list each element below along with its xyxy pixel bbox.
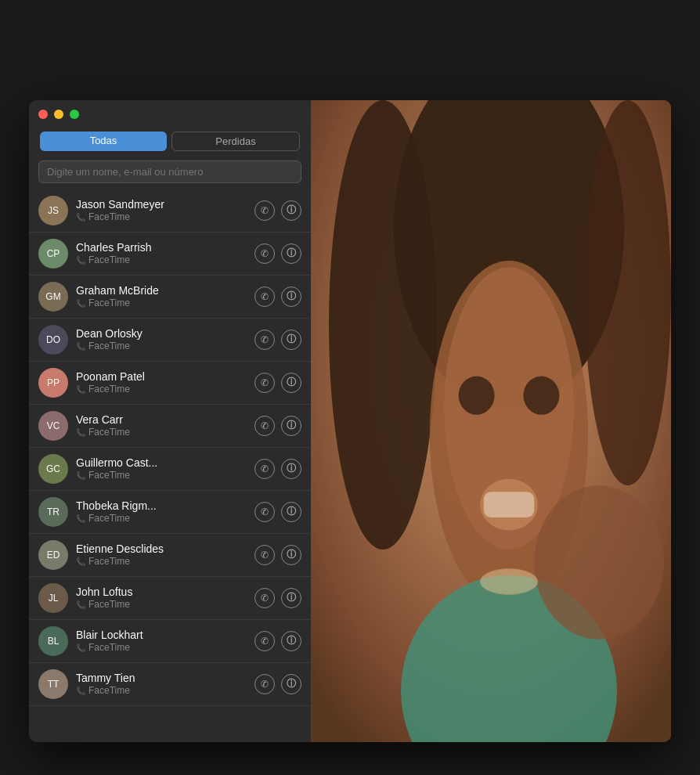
contact-subtitle: FaceTime [88,556,130,567]
contact-subtitle: FaceTime [88,642,130,653]
info-button[interactable]: ⓘ [281,287,301,307]
info-button[interactable]: ⓘ [281,243,301,264]
contact-item[interactable]: VC Vera Carr 📞 FaceTime ✆ ⓘ [29,405,311,448]
search-input[interactable] [38,160,301,183]
phone-icon-small: 📞 [76,342,85,351]
info-button[interactable]: ⓘ [281,200,301,221]
contact-info: Guillermo Cast... 📞 FaceTime [76,456,248,481]
avatar: BL [38,626,68,656]
contact-info: Thobeka Rigm... 📞 FaceTime [76,499,248,524]
contact-sub: 📞 FaceTime [76,513,248,524]
contact-info: Poonam Patel 📞 FaceTime [76,370,248,395]
call-button[interactable]: ✆ [254,330,275,350]
call-button[interactable]: ✆ [254,459,275,479]
contact-actions: ✆ ⓘ [254,373,301,393]
phone-icon-small: 📞 [76,428,85,437]
info-button[interactable]: ⓘ [281,631,301,651]
call-button[interactable]: ✆ [254,545,275,565]
contact-sub: 📞 FaceTime [76,254,248,265]
contact-name: Vera Carr [76,413,248,426]
info-icon: ⓘ [287,677,296,690]
contact-name: Guillermo Cast... [76,456,248,469]
svg-rect-14 [311,100,671,742]
contact-subtitle: FaceTime [88,211,130,222]
contact-name: John Loftus [76,586,248,598]
contact-actions: ✆ ⓘ [254,502,301,522]
contact-item[interactable]: ED Etienne Desclides 📞 FaceTime ✆ ⓘ [29,534,311,577]
contact-item[interactable]: TT Tammy Tien 📞 FaceTime ✆ ⓘ [29,663,311,706]
contact-item[interactable]: JL John Loftus 📞 FaceTime ✆ ⓘ [29,577,311,620]
contact-item[interactable]: PP Poonam Patel 📞 FaceTime ✆ ⓘ [29,362,311,405]
info-button[interactable]: ⓘ [281,416,301,436]
avatar: ED [38,540,68,570]
info-button[interactable]: ⓘ [281,545,301,565]
contact-actions: ✆ ⓘ [254,287,301,307]
contact-item[interactable]: CP Charles Parrish 📞 FaceTime ✆ ⓘ [29,232,311,276]
contact-item[interactable]: JS Jason Sandmeyer 📞 FaceTime ✆ ⓘ [29,189,311,232]
info-icon: ⓘ [287,290,296,303]
contact-info: Dean Orlosky 📞 FaceTime [76,327,248,351]
contact-item[interactable]: GM Graham McBride 📞 FaceTime ✆ ⓘ [29,276,311,319]
contact-sub: 📞 FaceTime [76,384,248,395]
minimize-button[interactable] [54,110,63,119]
info-icon: ⓘ [287,204,296,217]
contact-subtitle: FaceTime [88,341,130,351]
avatar: JL [38,583,68,613]
call-button[interactable]: ✆ [254,243,275,264]
info-button[interactable]: ⓘ [281,502,301,522]
phone-icon-small: 📞 [76,299,85,308]
contact-subtitle: FaceTime [88,513,130,524]
info-button[interactable]: ⓘ [281,588,301,608]
phone-icon-small: 📞 [76,643,85,652]
call-button[interactable]: ✆ [254,373,275,393]
phone-icon: ✆ [261,550,269,561]
right-panel-photo [311,100,671,742]
info-icon: ⓘ [287,376,296,389]
phone-icon-small: 📞 [76,600,85,609]
contact-subtitle: FaceTime [88,254,130,265]
contact-name: Graham McBride [76,284,248,297]
info-button[interactable]: ⓘ [281,459,301,479]
contact-item[interactable]: BL Blair Lockhart 📞 FaceTime ✆ ⓘ [29,620,311,663]
contact-sub: 📞 FaceTime [76,297,248,308]
contact-subtitle: FaceTime [88,470,130,481]
contact-subtitle: FaceTime [88,599,130,610]
phone-icon: ✆ [261,334,269,345]
info-button[interactable]: ⓘ [281,373,301,393]
info-button[interactable]: ⓘ [281,674,301,694]
phone-icon: ✆ [261,463,269,474]
maximize-button[interactable] [70,110,79,119]
info-button[interactable]: ⓘ [281,330,301,350]
contact-actions: ✆ ⓘ [254,588,301,608]
call-button[interactable]: ✆ [254,287,275,307]
contact-subtitle: FaceTime [88,384,130,395]
contact-item[interactable]: TR Thobeka Rigm... 📞 FaceTime ✆ ⓘ [29,491,311,534]
tab-all[interactable]: Todas [40,132,167,151]
call-button[interactable]: ✆ [254,502,275,522]
contact-sub: 📞 FaceTime [76,211,248,222]
contact-list: JS Jason Sandmeyer 📞 FaceTime ✆ ⓘ CP [29,189,311,742]
contact-sub: 📞 FaceTime [76,599,248,610]
call-button[interactable]: ✆ [254,416,275,436]
call-button[interactable]: ✆ [254,200,275,221]
contact-actions: ✆ ⓘ [254,416,301,436]
contact-actions: ✆ ⓘ [254,459,301,479]
contact-sub: 📞 FaceTime [76,470,248,481]
call-button[interactable]: ✆ [254,674,275,694]
contact-info: Vera Carr 📞 FaceTime [76,413,248,438]
info-icon: ⓘ [287,462,296,475]
avatar: DO [38,325,68,355]
avatar: GC [38,454,68,484]
contact-item[interactable]: DO Dean Orlosky 📞 FaceTime ✆ ⓘ [29,319,311,362]
main-window: Todas Perdidas JS Jason Sandmeyer 📞 Face… [29,100,671,742]
tab-missed[interactable]: Perdidas [171,132,300,151]
avatar: JS [38,196,68,225]
call-button[interactable]: ✆ [254,631,275,651]
call-button[interactable]: ✆ [254,588,275,608]
contact-info: Jason Sandmeyer 📞 FaceTime [76,198,248,222]
annotation-calls-log: Consulte o seu registo de chamadas ou ch… [37,31,405,47]
close-button[interactable] [38,110,48,119]
contact-item[interactable]: GC Guillermo Cast... 📞 FaceTime ✆ ⓘ [29,448,311,491]
contact-info: Blair Lockhart 📞 FaceTime [76,629,248,653]
avatar: PP [38,368,68,398]
